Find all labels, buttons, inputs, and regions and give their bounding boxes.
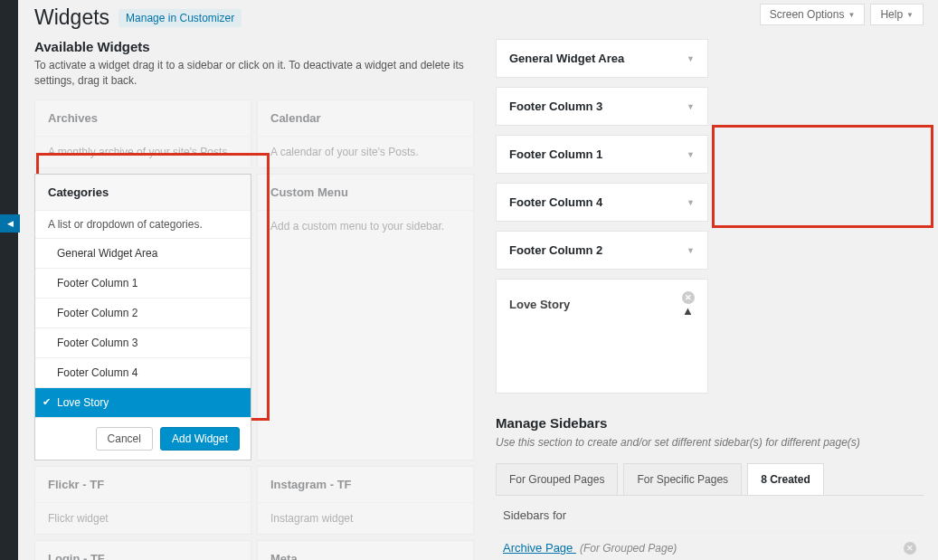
widget-archives[interactable]: Archives A monthly archive of your site'… — [34, 100, 251, 168]
widget-categories-open[interactable]: Categories A list or dropdown of categor… — [34, 174, 251, 460]
chevron-down-icon: ▼ — [687, 54, 695, 63]
sidebar-row: Archive Page (For Grouped Page)✕ — [496, 531, 924, 560]
add-widget-button[interactable]: Add Widget — [160, 427, 240, 451]
chevron-down-icon: ▼ — [687, 246, 695, 255]
area-option[interactable]: Footer Column 2 — [35, 299, 251, 328]
delete-icon[interactable]: ✕ — [682, 291, 695, 304]
delete-icon[interactable]: ✕ — [904, 542, 916, 555]
area-option[interactable]: Footer Column 3 — [35, 328, 251, 358]
widget-meta[interactable]: Meta Login, RSS, & WordPress.org links. — [257, 540, 474, 560]
chevron-up-icon[interactable]: ▲ — [682, 304, 694, 318]
sidebar-meta: (For Grouped Page) — [580, 542, 677, 555]
tab-grouped[interactable]: For Grouped Pages — [496, 463, 618, 495]
sidebar-area[interactable]: Footer Column 2▼ — [496, 231, 708, 270]
tab-specific[interactable]: For Specific Pages — [623, 463, 742, 495]
manage-sidebars-heading: Manage Sidebars — [496, 415, 924, 431]
area-option[interactable]: General Widget Area — [35, 239, 251, 269]
chevron-down-icon: ▼ — [687, 150, 695, 159]
tab-created[interactable]: 8 Created — [747, 463, 824, 495]
cancel-button[interactable]: Cancel — [96, 427, 153, 451]
available-widgets-heading: Available Widgets — [34, 39, 478, 54]
manage-sidebars-desc: Use this section to create and/or set di… — [496, 436, 924, 449]
chevron-down-icon: ▼ — [687, 102, 695, 111]
chevron-down-icon: ▼ — [906, 11, 914, 19]
area-option-selected[interactable]: Love Story — [35, 388, 251, 418]
available-widgets-desc: To activate a widget drag it to a sideba… — [34, 58, 478, 89]
widget-custom-menu[interactable]: Custom Menu Add a custom menu to your si… — [257, 174, 474, 460]
widget-calendar[interactable]: Calendar A calendar of your site's Posts… — [257, 100, 474, 168]
screen-options-button[interactable]: Screen Options▼ — [760, 4, 866, 25]
area-option[interactable]: Footer Column 4 — [35, 358, 251, 388]
collapse-menu-icon[interactable] — [0, 214, 20, 233]
manage-in-customizer-link[interactable]: Manage in Customizer — [118, 9, 242, 27]
sidebar-link[interactable]: Archive Page — [503, 541, 576, 555]
sidebar-area[interactable]: General Widget Area▼ — [496, 39, 708, 78]
area-option[interactable]: Footer Column 1 — [35, 269, 251, 299]
widget-login[interactable]: Login - TF A login form widget. — [34, 540, 251, 560]
sidebar-area-open[interactable]: Love Story ✕ ▲ — [496, 279, 708, 394]
widget-instagram[interactable]: Instagram - TF Instagram widget — [257, 466, 474, 535]
chevron-down-icon: ▼ — [687, 198, 695, 207]
sidebar-area[interactable]: Footer Column 4▼ — [496, 183, 708, 222]
help-button[interactable]: Help▼ — [870, 4, 924, 25]
sidebar-area[interactable]: Footer Column 1▼ — [496, 135, 708, 174]
chevron-down-icon: ▼ — [848, 11, 855, 19]
sidebar-area[interactable]: Footer Column 3▼ — [496, 87, 708, 126]
widget-flickr[interactable]: Flickr - TF Flickr widget — [34, 466, 251, 535]
sidebars-for-label: Sidebars for — [496, 496, 924, 531]
